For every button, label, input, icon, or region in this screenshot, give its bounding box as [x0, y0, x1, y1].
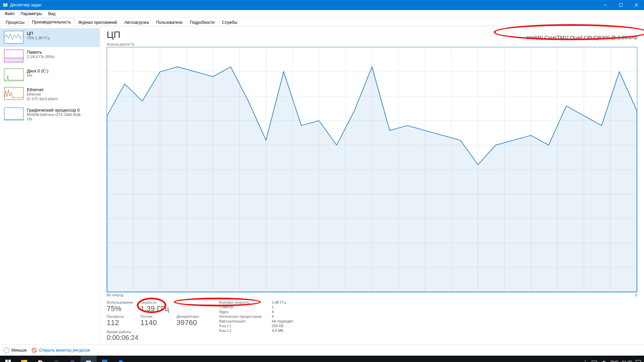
sidebar-eth-sub1: Ethernet: [27, 92, 58, 97]
disk-sparkline-icon: [4, 68, 23, 81]
menubar: Файл Параметры Вид: [0, 10, 644, 17]
l1-label: Кэш L1:: [219, 324, 262, 328]
threads-label: Потоки: [141, 314, 169, 318]
virt-label: Виртуализация:: [219, 319, 262, 323]
svg-point-48: [70, 360, 75, 362]
taskbar-app-3[interactable]: [97, 356, 113, 362]
open-resource-monitor-link[interactable]: Открыть монитор ресурсов: [32, 348, 90, 353]
svg-rect-39: [5, 360, 8, 362]
sidebar-memory-title: Память: [27, 50, 54, 55]
taskbar-task-manager[interactable]: [80, 356, 97, 362]
sidebar-item-disk[interactable]: Диск 0 (C:) 2%: [0, 66, 100, 84]
l1-value: 256 КБ: [272, 324, 293, 328]
titlebar: Диспетчер задач: [0, 0, 644, 10]
tab-services[interactable]: Службы: [218, 18, 241, 26]
sidebar-eth-title: Ethernet: [27, 87, 58, 92]
fewer-details-button[interactable]: ˄ Меньше: [3, 347, 27, 353]
tab-performance[interactable]: Производительность: [28, 18, 74, 26]
taskbar-app-2[interactable]: [64, 356, 80, 362]
taskbar: ˄ РУС 01:29: [0, 356, 644, 362]
close-button[interactable]: [629, 0, 644, 10]
gpu-sparkline-icon: [4, 108, 23, 120]
chart-x-right: 0: [635, 293, 637, 297]
sidebar-eth-sub2: О: 0 П: 64,0 кбит/с: [27, 97, 58, 102]
taskbar-file-explorer[interactable]: [16, 356, 32, 362]
sockets-label: Сокетов:: [219, 305, 262, 309]
sidebar-item-ethernet[interactable]: Ethernet Ethernet О: 0 П: 64,0 кбит/с: [0, 84, 100, 105]
sidebar-item-gpu[interactable]: Графический процессор 0 NVIDIA GeForce G…: [0, 105, 100, 125]
tray-volume-icon[interactable]: [601, 359, 607, 362]
menu-view[interactable]: Вид: [45, 11, 58, 17]
sidebar-item-memory[interactable]: Память 2,1/6,0 ГБ (35%): [0, 47, 100, 66]
speed-label: Скорость: [141, 300, 169, 304]
tray-language[interactable]: РУС: [610, 360, 619, 362]
tab-details[interactable]: Подробности: [186, 18, 218, 26]
start-button[interactable]: [0, 356, 16, 362]
svg-rect-54: [592, 361, 596, 362]
virt-value: Не подходит: [272, 319, 293, 323]
usage-label: Использование: [107, 300, 133, 304]
sidebar: ЦП 75% 1,39 ГГц Память 2,1/6,0 ГБ (35%): [0, 26, 100, 344]
tab-app-history[interactable]: Журнал приложений: [75, 18, 121, 26]
resource-monitor-icon: [32, 348, 37, 353]
resmon-label: Открыть монитор ресурсов: [39, 348, 90, 353]
base-speed-value: 1,40 ГГц: [272, 300, 293, 304]
taskbar-app-1[interactable]: [48, 356, 64, 362]
chevron-up-icon: ˄: [3, 347, 9, 353]
taskbar-chrome[interactable]: [32, 356, 48, 362]
menu-options[interactable]: Параметры: [18, 11, 45, 17]
svg-line-38: [33, 349, 36, 352]
cores-label: Ядра:: [219, 310, 262, 314]
sidebar-disk-sub: 2%: [27, 73, 48, 78]
sidebar-cpu-sub: 75% 1,39 ГГц: [27, 36, 50, 41]
window-title: Диспетчер задач: [10, 3, 42, 7]
svg-point-51: [118, 360, 123, 362]
sidebar-gpu-sub1: NVIDIA GeForce GTX 1060 6GB: [27, 113, 80, 117]
stats-static: Базовая скорость: 1,40 ГГц Сокетов: 1 Яд…: [219, 300, 293, 342]
cpu-sparkline-icon: [4, 31, 23, 44]
tab-processes[interactable]: Процессы: [2, 18, 28, 26]
tray-battery-icon[interactable]: [592, 359, 598, 362]
minimize-button[interactable]: [598, 0, 613, 10]
procs-label: Процессы: [107, 314, 133, 318]
svg-rect-57: [636, 360, 641, 362]
svg-rect-40: [8, 360, 11, 362]
tab-startup[interactable]: Автозагрузка: [121, 18, 153, 26]
main-panel: ЦП Intel(R) Core(TM)2 Quad CPUQ8200 @ 2.…: [100, 26, 644, 344]
handles-label: Дескрипторы: [176, 314, 199, 318]
tray-notifications-icon[interactable]: [635, 359, 641, 362]
app-icon: [3, 2, 8, 8]
page-title: ЦП: [107, 29, 120, 40]
l2-value: 4,0 МБ: [272, 328, 293, 333]
speed-value: 1,39 ГГц: [141, 304, 169, 313]
menu-file[interactable]: Файл: [2, 11, 17, 17]
chart-x-left: 60 секунд: [107, 293, 123, 297]
base-speed-label: Базовая скорость:: [219, 300, 262, 304]
fewer-label: Меньше: [11, 348, 27, 353]
tab-users[interactable]: Пользователи: [153, 18, 186, 26]
usage-value: 75%: [107, 304, 133, 313]
sidebar-disk-title: Диск 0 (C:): [27, 68, 48, 73]
svg-rect-50: [102, 360, 107, 362]
sidebar-memory-sub: 2,1/6,0 ГБ (35%): [27, 55, 54, 59]
procs-value: 112: [107, 318, 133, 327]
maximize-button[interactable]: [613, 0, 629, 10]
handles-value: 39760: [176, 318, 199, 327]
sidebar-cpu-title: ЦП: [27, 31, 50, 36]
sidebar-item-cpu[interactable]: ЦП 75% 1,39 ГГц: [0, 28, 100, 47]
tabbar: Процессы Производительность Журнал прило…: [0, 17, 644, 26]
tray-clock[interactable]: 01:29: [622, 360, 632, 362]
svg-rect-6: [4, 58, 23, 62]
cpu-usage-chart: [107, 47, 637, 292]
footer-bar: ˄ Меньше Открыть монитор ресурсов: [0, 344, 644, 356]
svg-rect-44: [21, 360, 24, 361]
sidebar-gpu-sub2: 1%: [27, 117, 80, 122]
uptime-value: 0:00:06:24: [107, 334, 199, 342]
svg-rect-3: [620, 4, 623, 7]
l2-label: Кэш L2:: [219, 328, 262, 333]
uptime-label: Время работы: [107, 330, 199, 334]
taskbar-teamviewer[interactable]: [113, 356, 129, 362]
sidebar-gpu-title: Графический процессор 0: [27, 108, 80, 113]
tray-chevron-icon[interactable]: ˄: [582, 359, 588, 362]
svg-marker-56: [602, 360, 604, 362]
